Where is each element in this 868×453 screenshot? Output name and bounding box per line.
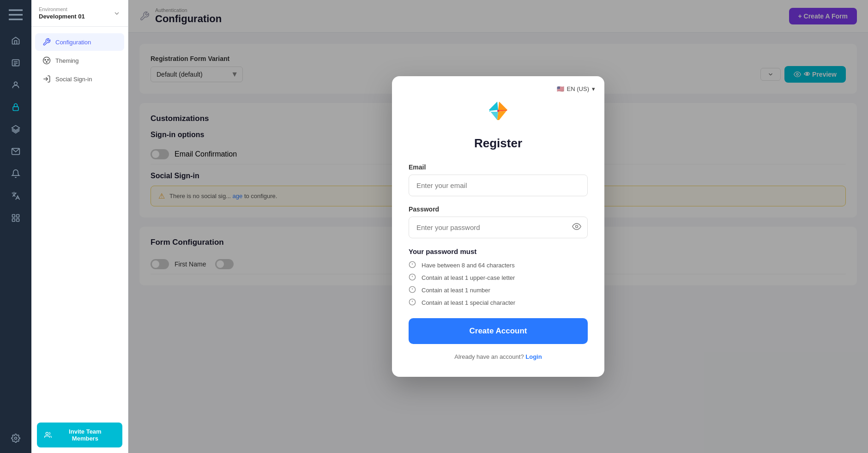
svg-marker-24	[489, 111, 498, 120]
invite-icon	[44, 431, 52, 439]
sidebar-icon-layers[interactable]	[6, 120, 25, 139]
svg-point-18	[48, 59, 48, 60]
sidebar-icon-translate[interactable]	[6, 187, 25, 205]
rule-item-0: Have between 8 and 64 characters	[409, 261, 588, 270]
svg-marker-25	[498, 102, 507, 111]
main-content: Authentication Configuration + Create A …	[128, 0, 868, 453]
env-label: Environment	[39, 6, 85, 12]
svg-point-21	[46, 432, 48, 435]
svg-point-29	[576, 225, 578, 228]
login-link[interactable]: Login	[525, 353, 542, 360]
create-account-button[interactable]: Create Account	[409, 318, 588, 344]
create-account-label: Create Account	[469, 326, 527, 335]
svg-point-17	[45, 59, 46, 60]
svg-marker-27	[497, 111, 506, 120]
svg-rect-11	[12, 215, 15, 217]
sidebar	[0, 0, 31, 453]
left-nav: Configuration Theming Social Sign-in	[31, 27, 128, 417]
modal-title: Register	[409, 136, 588, 151]
svg-point-19	[46, 61, 47, 62]
footer-text: Already have an account?	[454, 353, 525, 360]
nav-label-configuration: Configuration	[55, 39, 91, 46]
nav-item-social-signin[interactable]: Social Sign-in	[35, 70, 124, 88]
rule-text-0: Have between 8 and 64 characters	[422, 262, 515, 269]
flag-icon: 🇺🇸	[557, 85, 564, 92]
invite-team-members-button[interactable]: Invite Team Members	[37, 423, 122, 447]
social-signin-icon	[42, 75, 51, 83]
environment-selector[interactable]: Environment Development 01	[31, 0, 128, 27]
nav-label-social-signin: Social Sign-in	[55, 76, 92, 83]
sidebar-icon-settings[interactable]	[6, 429, 25, 447]
password-input-wrapper	[409, 217, 588, 238]
password-group: Password	[409, 205, 588, 238]
palette-icon	[42, 56, 51, 65]
left-panel: Environment Development 01 Configuration…	[31, 0, 128, 453]
modal-overlay: 🇺🇸 EN (US) ▾	[128, 0, 868, 453]
sidebar-icon-lock[interactable]	[6, 98, 25, 116]
email-input[interactable]	[409, 175, 588, 196]
sidebar-icon-grid[interactable]	[6, 209, 25, 227]
invite-button-label: Invite Team Members	[55, 428, 115, 442]
rule-text-3: Contain at least 1 special character	[422, 299, 515, 306]
rule-item-3: Contain at least 1 special character	[409, 298, 588, 307]
logo-svg	[482, 95, 514, 127]
nav-item-theming[interactable]: Theming	[35, 52, 124, 69]
rule-item-2: Contain at least 1 number	[409, 286, 588, 295]
svg-rect-13	[12, 219, 15, 222]
wrench-icon	[42, 38, 51, 46]
email-group: Email	[409, 163, 588, 196]
chevron-down-icon	[113, 10, 121, 17]
language-selector[interactable]: 🇺🇸 EN (US) ▾	[557, 85, 595, 92]
register-modal: 🇺🇸 EN (US) ▾	[392, 76, 604, 377]
svg-point-16	[43, 57, 50, 64]
modal-footer: Already have an account? Login	[409, 353, 588, 360]
language-label: EN (US)	[567, 85, 589, 92]
sidebar-icon-bell[interactable]	[6, 164, 25, 183]
sidebar-menu-button[interactable]	[6, 6, 25, 24]
sidebar-icon-list[interactable]	[6, 54, 25, 72]
password-rules: Your password must Have between 8 and 64…	[409, 248, 588, 307]
svg-marker-23	[489, 102, 498, 111]
svg-point-15	[15, 437, 17, 440]
sidebar-icon-user[interactable]	[6, 76, 25, 94]
svg-rect-14	[17, 219, 19, 222]
rule-text-2: Contain at least 1 number	[422, 287, 490, 294]
password-rules-title: Your password must	[409, 248, 588, 255]
svg-point-7	[14, 82, 18, 85]
rule-icon-2	[409, 286, 417, 295]
svg-rect-12	[17, 215, 19, 217]
nav-label-theming: Theming	[55, 57, 79, 64]
rule-icon-1	[409, 273, 417, 282]
nav-item-configuration[interactable]: Configuration	[35, 33, 124, 51]
svg-rect-8	[13, 107, 18, 110]
password-label: Password	[409, 205, 588, 213]
lang-chevron-icon: ▾	[592, 85, 595, 92]
sidebar-icon-mail[interactable]	[6, 142, 25, 161]
env-name: Development 01	[39, 13, 85, 20]
sidebar-icon-home[interactable]	[6, 31, 25, 50]
rule-text-1: Contain at least 1 upper-case letter	[422, 274, 515, 281]
rule-item-1: Contain at least 1 upper-case letter	[409, 273, 588, 282]
password-input[interactable]	[409, 217, 588, 238]
email-label: Email	[409, 163, 588, 171]
modal-logo	[409, 95, 588, 127]
rule-icon-3	[409, 298, 417, 307]
password-eye-icon[interactable]	[572, 222, 581, 233]
rule-icon-0	[409, 261, 417, 270]
svg-marker-28	[497, 110, 499, 112]
